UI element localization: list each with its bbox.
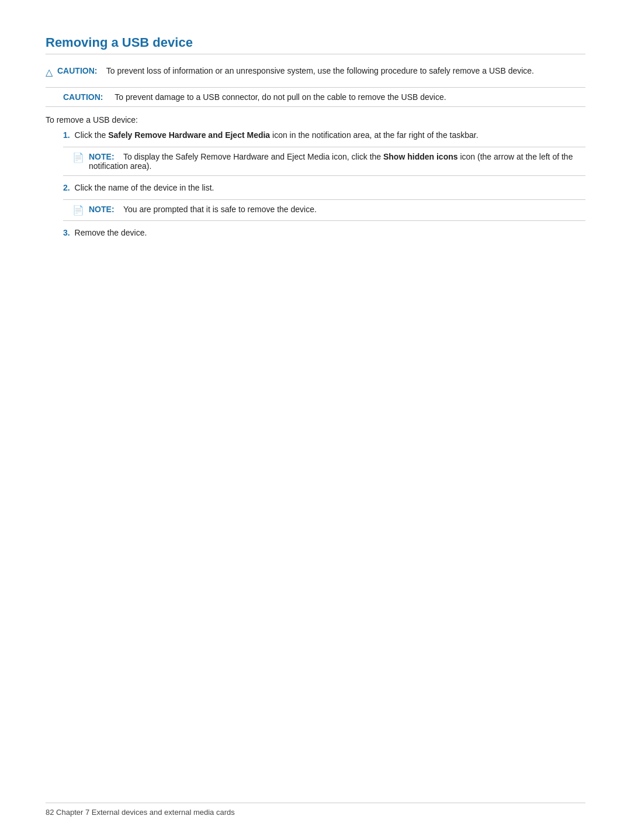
note-2-icon: 📄 (72, 205, 84, 216)
caution-primary-label: CAUTION: (57, 66, 97, 75)
page-footer: 82 Chapter 7 External devices and extern… (46, 803, 585, 817)
step-3-number: 3. (63, 228, 70, 237)
note-1-icon: 📄 (72, 152, 84, 163)
note-2-content: NOTE: You are prompted that it is safe t… (89, 205, 317, 214)
step-2-number: 2. (63, 183, 70, 192)
caution-secondary-inner: CAUTION: To prevent damage to a USB conn… (63, 92, 585, 102)
section-title: Removing a USB device (46, 35, 585, 54)
step-2: 2. Click the name of the device in the l… (63, 183, 585, 192)
step-2-text: Click the name of the device in the list… (75, 183, 214, 192)
caution-primary-text: To prevent loss of information or an unr… (106, 66, 534, 75)
step-1-text: Click the Safely Remove Hardware and Eje… (75, 130, 479, 140)
step-1: 1. Click the Safely Remove Hardware and … (63, 130, 585, 140)
steps-list: 1. Click the Safely Remove Hardware and … (63, 130, 585, 237)
caution-secondary-text: To prevent damage to a USB connector, do… (115, 92, 446, 102)
note-2-text: You are prompted that it is safe to remo… (123, 205, 317, 214)
note-1: 📄 NOTE: To display the Safely Remove Har… (63, 147, 585, 176)
caution-primary: △ CAUTION: To prevent loss of informatio… (46, 64, 585, 80)
note-1-text: To display the Safely Remove Hardware an… (89, 152, 573, 171)
step-3-text: Remove the device. (75, 228, 147, 237)
caution-secondary: CAUTION: To prevent damage to a USB conn… (46, 87, 585, 107)
footer-text: 82 Chapter 7 External devices and extern… (46, 808, 235, 817)
caution-triangle-icon: △ (46, 67, 53, 78)
note-1-label: NOTE: (89, 152, 115, 161)
caution-primary-content: CAUTION: To prevent loss of information … (57, 66, 534, 75)
step-3: 3. Remove the device. (63, 228, 585, 237)
intro-text: To remove a USB device: (46, 115, 585, 125)
note-2: 📄 NOTE: You are prompted that it is safe… (63, 199, 585, 221)
caution-secondary-label: CAUTION: (63, 92, 103, 102)
step-1-number: 1. (63, 130, 70, 140)
note-1-content: NOTE: To display the Safely Remove Hardw… (89, 152, 585, 171)
note-2-label: NOTE: (89, 205, 115, 214)
